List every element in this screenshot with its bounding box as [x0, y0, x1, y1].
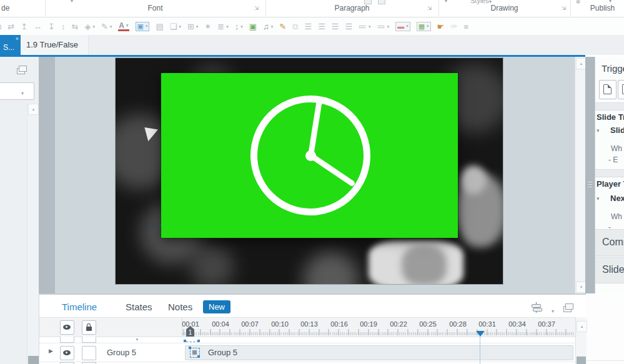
- slide-stage[interactable]: [116, 58, 503, 284]
- ruler-ticks-minor[interactable]: [182, 332, 574, 335]
- edit-pen-icon[interactable]: ✎: [279, 22, 286, 31]
- tab-scene-label: S...: [3, 43, 14, 52]
- row-label[interactable]: Group 5: [107, 348, 136, 357]
- picture-tools-icon[interactable]: ▣: [249, 22, 257, 31]
- trigger-when-text: Wh: [611, 144, 622, 153]
- align-text-right-icon[interactable]: ☰: [332, 22, 339, 31]
- justify-text-icon[interactable]: ☰: [345, 22, 352, 31]
- picture-styles-icon[interactable]: ▣: [136, 22, 150, 31]
- align-top-icon[interactable]: ↥: [21, 22, 27, 31]
- drawing-dialog-launcher-icon[interactable]: ⇲: [562, 5, 567, 11]
- ruler-label: 00:13: [298, 320, 320, 328]
- timeline-row-group5[interactable]: ▶ Group 5 Group 5: [39, 343, 575, 362]
- publish-partial-icon[interactable]: ✲: [576, 0, 581, 5]
- audio-icon[interactable]: ♫: [263, 22, 273, 31]
- triggers-panel: Trigge Slide Tr ▾ Slid Wh - E Player T ▾…: [595, 57, 624, 293]
- outline-color-icon[interactable]: ✎: [101, 22, 112, 31]
- tab-scene-active[interactable]: S... ×: [0, 35, 21, 55]
- ruler-label: 00:22: [387, 320, 410, 328]
- bullets-icon[interactable]: ≔: [359, 22, 371, 31]
- visibility-toggle[interactable]: [60, 346, 74, 360]
- font-color-icon[interactable]: A: [118, 22, 129, 31]
- slides-side-panel: ▲: [0, 57, 39, 364]
- timeline-scrollbar[interactable]: ▲: [575, 317, 587, 364]
- align-middle-icon[interactable]: ↕: [61, 22, 66, 31]
- next-trigger-item[interactable]: Nex: [610, 194, 624, 203]
- slide-canvas[interactable]: [55, 57, 575, 293]
- paste-special-icon[interactable]: ⧉: [292, 22, 298, 31]
- cue-point-tool-icon[interactable]: [532, 302, 541, 313]
- green-screen-object[interactable]: [161, 73, 458, 238]
- triggers-panel-title: Trigge: [602, 63, 624, 74]
- selection-handle: [197, 340, 200, 342]
- grip-line: [588, 182, 592, 182]
- canvas-scrollbar[interactable]: ▲ ▼: [575, 57, 586, 293]
- line-spacing-icon[interactable]: ≣: [217, 22, 228, 31]
- align-bottom-icon[interactable]: ↧: [48, 22, 55, 31]
- shape-style-icon[interactable]: ▬: [395, 22, 410, 31]
- collapse-panel-icon[interactable]: [17, 68, 25, 74]
- comments-panel-header[interactable]: Comm: [595, 229, 624, 256]
- lock-all-button[interactable]: [82, 320, 96, 335]
- paste-icon[interactable]: ⧉: [0, 22, 1, 31]
- button-tool-icon[interactable]: ☛: [437, 22, 445, 31]
- tab-states[interactable]: States: [126, 302, 152, 312]
- stop-icon[interactable]: ■: [463, 22, 468, 31]
- align-text-center-icon[interactable]: ☰: [318, 22, 325, 31]
- partial-lock-box[interactable]: [82, 337, 96, 343]
- tab-notes[interactable]: Notes: [168, 302, 192, 312]
- ruler-label: 00:34: [506, 320, 528, 328]
- expand-arrow-icon[interactable]: ▶: [49, 348, 53, 354]
- close-icon[interactable]: ×: [16, 36, 19, 42]
- caption-icon[interactable]: ▤: [156, 22, 163, 31]
- align-center-icon[interactable]: ↔: [34, 22, 42, 31]
- new-button[interactable]: New: [203, 300, 230, 313]
- effects-icon[interactable]: ✶: [204, 22, 211, 31]
- chevron-down-icon[interactable]: ▾: [597, 127, 600, 134]
- reorder-icon[interactable]: ⇄: [7, 22, 14, 31]
- playhead-icon[interactable]: [476, 331, 485, 337]
- distribute-icon[interactable]: ⇆: [72, 22, 79, 31]
- copy-trigger-button[interactable]: [618, 80, 624, 99]
- scroll-up-icon[interactable]: ▲: [577, 321, 587, 332]
- visibility-all-button[interactable]: [60, 320, 74, 335]
- bokeh-blob: [191, 245, 234, 284]
- grip-line: [588, 184, 592, 185]
- slide-triggers-header: Slide Tr: [597, 112, 624, 122]
- view-dropdown[interactable]: [0, 82, 34, 100]
- freeform-icon[interactable]: ▦: [417, 22, 431, 31]
- format-painter-icon[interactable]: ✑: [450, 22, 457, 31]
- numbering-icon[interactable]: ≕: [377, 22, 390, 31]
- lock-checkbox[interactable]: [82, 346, 96, 360]
- panel-window-icon[interactable]: [563, 306, 572, 312]
- scroll-up-icon[interactable]: ▲: [28, 104, 39, 115]
- tab-timeline[interactable]: Timeline: [62, 302, 97, 312]
- left-panel-scrollbar[interactable]: ▲: [27, 102, 39, 364]
- font-dialog-launcher-icon[interactable]: ⇲: [254, 5, 259, 11]
- chevron-down-icon[interactable]: [552, 304, 554, 315]
- group-icon: [190, 348, 200, 358]
- scrollbar-thumb[interactable]: [28, 356, 39, 364]
- scrollbar-thumb[interactable]: [577, 357, 586, 364]
- align-text-left-icon[interactable]: ☰: [304, 22, 312, 31]
- right-splitter[interactable]: [585, 57, 595, 293]
- vertical-align-icon[interactable]: ↨: [235, 22, 243, 31]
- new-trigger-button[interactable]: [599, 80, 617, 99]
- playhead-line: [480, 336, 480, 364]
- timeline-object-bar[interactable]: Group 5: [185, 345, 573, 360]
- tab-true-false[interactable]: 1.9 True/False: [21, 35, 89, 55]
- slide-trigger-item[interactable]: Slid: [610, 125, 624, 135]
- eye-icon: [63, 350, 71, 355]
- left-splitter[interactable]: [39, 57, 55, 293]
- hand-thumb: [460, 165, 487, 194]
- audio-indicator-icon[interactable]: [154, 223, 157, 227]
- paragraph-dialog-launcher-icon[interactable]: ⇲: [427, 5, 432, 11]
- slide-tab-bar: [0, 35, 624, 55]
- partial-visibility-box[interactable]: [60, 337, 74, 343]
- shadow-icon[interactable]: ❏: [170, 22, 181, 31]
- fill-color-icon[interactable]: ◈: [84, 22, 95, 31]
- slide-group-label: de: [1, 4, 9, 12]
- video-icon[interactable]: ⊞: [187, 22, 198, 31]
- chevron-down-icon[interactable]: ▾: [597, 195, 600, 202]
- slide-layers-panel-header[interactable]: Slide: [595, 257, 624, 283]
